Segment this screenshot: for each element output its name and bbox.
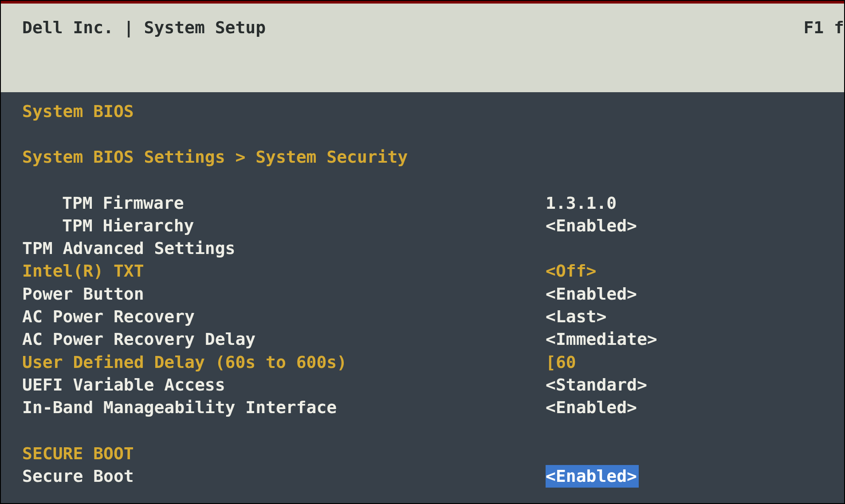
row-ac-power-recovery[interactable]: AC Power Recovery <Last> <box>22 305 823 328</box>
label-ac-power-recovery: AC Power Recovery <box>22 305 546 328</box>
secure-boot-header-text: SECURE BOOT <box>22 442 134 465</box>
row-user-defined-delay[interactable]: User Defined Delay (60s to 600s) [60 <box>22 351 823 374</box>
label-user-defined-delay: User Defined Delay (60s to 600s) <box>22 351 546 374</box>
value-power-button: <Enabled> <box>546 283 823 305</box>
row-tpm-firmware[interactable]: TPM Firmware 1.3.1.0 <box>22 192 823 215</box>
label-tpm-advanced: TPM Advanced Settings <box>22 237 546 260</box>
section-title: System BIOS <box>22 100 823 123</box>
row-ac-power-recovery-delay[interactable]: AC Power Recovery Delay <Immediate> <box>22 328 823 351</box>
help-hint: F1 f <box>803 18 844 37</box>
row-secure-boot[interactable]: Secure Boot <Enabled> <box>22 465 823 488</box>
label-uefi-variable-access: UEFI Variable Access <box>22 374 546 396</box>
breadcrumb: System BIOS Settings > System Security <box>22 146 823 168</box>
row-tpm-advanced[interactable]: TPM Advanced Settings <box>22 237 823 260</box>
value-user-defined-delay: [60 <box>546 351 823 374</box>
bios-content: System BIOS System BIOS Settings > Syste… <box>1 92 844 488</box>
value-secure-boot[interactable]: <Enabled> <box>546 465 639 488</box>
spacer <box>22 419 823 442</box>
row-tpm-hierarchy[interactable]: TPM Hierarchy <Enabled> <box>22 215 823 237</box>
value-tpm-advanced <box>546 237 823 260</box>
label-power-button: Power Button <box>22 283 546 305</box>
row-in-band-manageability[interactable]: In-Band Manageability Interface <Enabled… <box>22 396 823 419</box>
value-ac-power-recovery: <Last> <box>546 305 823 328</box>
value-in-band-manageability: <Enabled> <box>546 396 823 419</box>
spacer <box>22 169 823 192</box>
label-tpm-hierarchy: TPM Hierarchy <box>22 215 546 237</box>
row-intel-txt[interactable]: Intel(R) TXT <Off> <box>22 260 823 282</box>
row-uefi-variable-access[interactable]: UEFI Variable Access <Standard> <box>22 374 823 396</box>
header-title: Dell Inc. | System Setup <box>22 18 266 37</box>
value-intel-txt: <Off> <box>546 260 823 282</box>
secure-boot-header: SECURE BOOT <box>22 442 823 465</box>
label-in-band-manageability: In-Band Manageability Interface <box>22 396 546 419</box>
value-tpm-firmware: 1.3.1.0 <box>546 192 823 215</box>
label-ac-power-recovery-delay: AC Power Recovery Delay <box>22 328 546 351</box>
label-intel-txt: Intel(R) TXT <box>22 260 546 282</box>
row-power-button[interactable]: Power Button <Enabled> <box>22 283 823 305</box>
label-secure-boot: Secure Boot <box>22 465 546 488</box>
value-ac-power-recovery-delay: <Immediate> <box>546 328 823 351</box>
breadcrumb-text: System BIOS Settings > System Security <box>22 146 408 168</box>
value-secure-boot-wrap: <Enabled> <box>546 465 823 488</box>
spacer <box>22 123 823 146</box>
value-uefi-variable-access: <Standard> <box>546 374 823 396</box>
label-tpm-firmware: TPM Firmware <box>22 192 546 215</box>
value-tpm-hierarchy: <Enabled> <box>546 215 823 237</box>
section-title-text: System BIOS <box>22 100 134 123</box>
bios-header: Dell Inc. | System Setup F1 f <box>1 4 844 92</box>
bios-window: Dell Inc. | System Setup F1 f System BIO… <box>0 0 845 504</box>
